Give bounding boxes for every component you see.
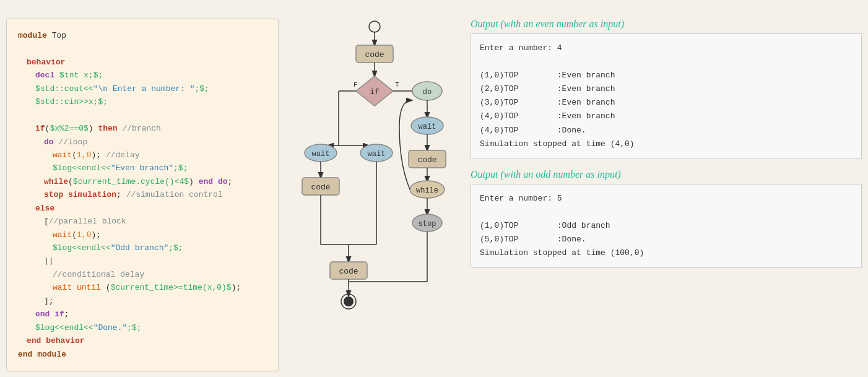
code-line-decl: decl $int x;$;	[35, 69, 267, 82]
code-line-cout: $std::cout<<"\n Enter a number: ";$;	[35, 82, 267, 95]
code-line-wait2: wait(1,0);	[53, 228, 267, 241]
label-code3: code	[311, 183, 330, 192]
output-even-box: Enter a number: 4 (1,0)TOP :Even branch …	[471, 33, 862, 159]
code-line-log3: $log<<endl<<"Done.";$;	[35, 321, 267, 334]
end-node	[344, 297, 354, 306]
label-code1: code	[365, 50, 384, 59]
label-do: do	[423, 88, 432, 97]
code-line-stop: stop simulation; //simulation control	[44, 188, 267, 201]
code-line-else: else	[35, 202, 267, 215]
main-container: module Top behavior decl $int x;$; $std:…	[0, 0, 868, 377]
label-T: T	[395, 81, 399, 89]
code-line-while: while($current_time.cycle()<4$) end do;	[44, 175, 267, 188]
output-even-line-2: (1,0)TOP :Even branch	[480, 69, 853, 82]
code-line-endmod: end module	[18, 348, 267, 361]
code-line-parallel: [//parallel block	[44, 215, 267, 228]
label-stop: stop	[419, 220, 436, 228]
output-odd-line-1: Enter a number: 5	[480, 192, 853, 206]
code-line-endpar: ];	[44, 295, 267, 308]
code-line-cmt-cond: //conditional delay	[53, 268, 267, 281]
output-even-line-6: (4,0)TOP :Done.	[480, 124, 853, 137]
output-even-line-5: (4,0)TOP :Even branch	[480, 110, 853, 123]
output-odd-title: Output (with an odd number as input)	[471, 169, 862, 180]
code-line-behavior: behavior	[27, 56, 267, 69]
output-odd-line-4: Simulation stopped at time (100,0)	[480, 246, 853, 260]
label-code2: code	[417, 155, 436, 165]
output-odd-section: Output (with an odd number as input) Ent…	[471, 169, 862, 268]
code-line-cin: $std::cin>>x;$;	[35, 95, 267, 108]
code-line-endif: end if;	[35, 308, 267, 321]
output-panel: Output (with an even number as input) En…	[471, 19, 862, 268]
flowchart-panel: code if T F do wait code	[291, 15, 458, 368]
code-line-module: module Top	[18, 29, 267, 42]
code-line-wait1: wait(1,0); //delay	[53, 149, 267, 162]
code-line-endbeh: end behavior	[27, 334, 267, 347]
start-node	[369, 21, 380, 32]
output-even-title: Output (with an even number as input)	[471, 19, 862, 30]
label-F: F	[354, 81, 358, 89]
code-line-wait-until: wait until ($current_time>=time(x,0)$);	[53, 281, 267, 294]
label-while: while	[416, 186, 438, 195]
output-even-line-7: Simulation stopped at time (4,0)	[480, 137, 853, 151]
label-wait-right: wait	[419, 123, 436, 131]
label-wait-mid: wait	[368, 150, 386, 158]
code-panel: module Top behavior decl $int x;$; $std:…	[6, 19, 279, 371]
code-line-do: do //loop	[44, 136, 267, 149]
flowchart-svg: code if T F do wait code	[291, 15, 458, 368]
edge-while-loop	[399, 100, 412, 189]
output-even-line-4: (3,0)TOP :Even branch	[480, 96, 853, 110]
code-line-log2: $log<<endl<<"Odd branch";$;	[53, 241, 267, 254]
output-odd-line-2: (1,0)TOP :Odd branch	[480, 219, 853, 233]
output-odd-box: Enter a number: 5 (1,0)TOP :Odd branch (…	[471, 184, 862, 268]
output-even-section: Output (with an even number as input) En…	[471, 19, 862, 159]
output-even-line-3: (2,0)TOP :Even branch	[480, 82, 853, 96]
label-wait-left: wait	[312, 150, 330, 158]
label-code4: code	[339, 267, 358, 276]
output-even-line-1: Enter a number: 4	[480, 41, 853, 55]
code-line-if: if($x%2==0$) then //branch	[35, 122, 267, 135]
output-odd-line-3: (5,0)TOP :Done.	[480, 233, 853, 246]
code-line-or: ||	[44, 254, 267, 267]
label-if: if	[370, 87, 380, 97]
code-line-log1: $log<<endl<<"Even branch";$;	[53, 162, 267, 175]
